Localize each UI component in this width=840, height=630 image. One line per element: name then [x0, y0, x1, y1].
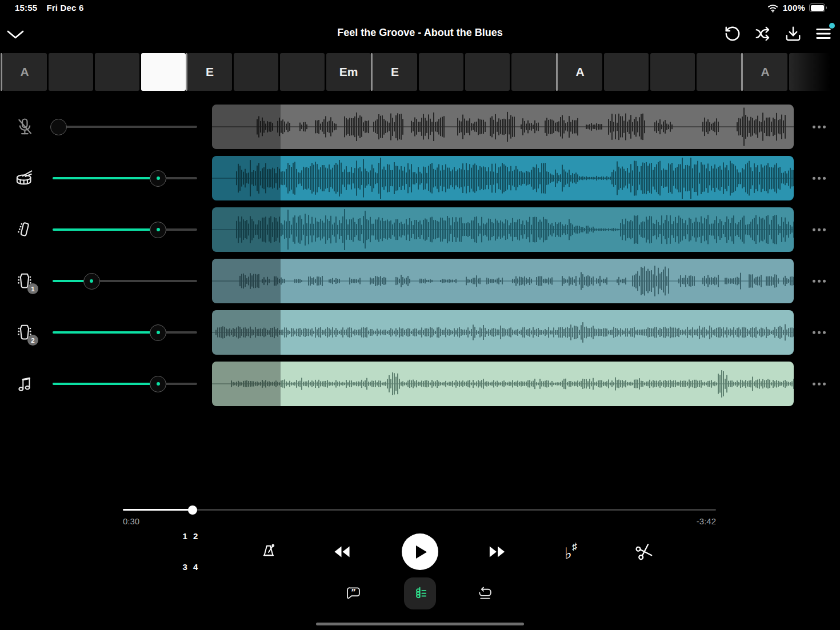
rewind-button[interactable] — [331, 545, 352, 559]
ellipsis-icon — [818, 228, 821, 231]
chord-cell-current[interactable] — [141, 53, 186, 91]
chord-cell[interactable]: A — [558, 53, 602, 91]
loop-icon — [477, 585, 494, 602]
slider-thumb[interactable] — [150, 376, 166, 392]
measure-separator — [741, 53, 743, 91]
waveform-bass[interactable] — [212, 207, 794, 252]
rewind-icon — [331, 545, 352, 559]
slider-thumb[interactable] — [150, 170, 166, 187]
song-title: Feel the Groove - About the Blues — [0, 27, 840, 39]
tab-loop[interactable] — [469, 577, 501, 609]
download-icon — [785, 25, 802, 42]
chord-cell[interactable] — [511, 53, 556, 91]
play-icon — [416, 545, 427, 559]
track-row-guitar-2: 2 — [0, 310, 840, 355]
guitar-icon[interactable]: 1 — [14, 271, 35, 291]
track-more-options-button[interactable] — [811, 275, 827, 287]
slider-fill — [53, 331, 158, 334]
guitar-icon[interactable]: 2 — [14, 322, 35, 343]
trim-button[interactable] — [635, 543, 653, 561]
date: Fri Dec 6 — [46, 3, 83, 13]
chord-cell[interactable]: A — [743, 53, 787, 91]
slider-thumb-dot — [157, 331, 160, 334]
ellipsis-icon — [818, 280, 821, 283]
slider-thumb-dot — [90, 279, 93, 283]
chord-cell[interactable]: E — [373, 53, 417, 91]
battery-percent: 100% — [783, 3, 805, 13]
time-signature-top: 1 2 — [182, 531, 207, 541]
mic-muted-icon[interactable] — [14, 117, 35, 137]
pitch-button[interactable]: ♭ ♯ — [565, 543, 577, 561]
play-button[interactable] — [402, 533, 438, 570]
measure-separator — [186, 53, 188, 91]
metronome-button[interactable] — [259, 543, 278, 561]
chord-timeline: AEEmEAA — [2, 53, 834, 91]
transport-controls: 1 2 3 4 ♭ ♯ — [0, 533, 840, 570]
chord-cell[interactable]: A — [2, 53, 47, 91]
slider-thumb[interactable] — [50, 119, 67, 135]
split-tracks-button[interactable] — [754, 25, 771, 42]
flat-glyph: ♭ — [565, 546, 572, 561]
home-indicator[interactable] — [316, 623, 524, 626]
chord-cell[interactable]: E — [187, 53, 232, 91]
slider-thumb-dot — [157, 228, 160, 231]
slider-thumb[interactable] — [150, 324, 166, 341]
chord-cell[interactable] — [234, 53, 278, 91]
battery-icon — [809, 3, 825, 12]
seek-bar: 0:30 -3:42 — [123, 505, 716, 528]
ellipsis-icon — [818, 177, 821, 180]
download-button[interactable] — [785, 25, 802, 42]
track-more-options-button[interactable] — [811, 378, 827, 390]
track-row-guitar-1: 1 — [0, 259, 840, 303]
tab-lyrics[interactable]: ” — [338, 577, 370, 609]
track-more-options-button[interactable] — [811, 121, 827, 133]
chord-label: E — [206, 65, 214, 79]
waveform-other[interactable] — [212, 362, 794, 406]
measure-separator — [1, 53, 3, 91]
waveform-guitar-1[interactable] — [212, 259, 794, 303]
ellipsis-icon — [823, 177, 826, 180]
chord-cell[interactable] — [650, 53, 695, 91]
mixer-icon — [411, 585, 429, 602]
bass-icon[interactable] — [14, 219, 35, 240]
slider-thumb-dot — [157, 176, 160, 180]
chord-cell[interactable] — [789, 53, 834, 91]
ellipsis-icon — [818, 331, 821, 334]
track-row-other — [0, 362, 840, 406]
notes-icon[interactable] — [14, 374, 35, 394]
chord-cell[interactable] — [697, 53, 741, 91]
waveform-guitar-2[interactable] — [212, 310, 794, 355]
time-signature-bottom: 3 4 — [182, 562, 207, 572]
track-more-options-button[interactable] — [811, 224, 827, 236]
ellipsis-icon — [823, 383, 826, 386]
chord-label: E — [391, 65, 399, 79]
track-row-bass — [0, 207, 840, 252]
track-more-options-button[interactable] — [811, 172, 827, 184]
elapsed-time: 0:30 — [123, 516, 139, 526]
svg-text:”: ” — [351, 587, 356, 596]
waveform-vocals[interactable] — [212, 105, 794, 149]
chord-cell[interactable] — [419, 53, 463, 91]
chord-cell[interactable]: Em — [326, 53, 371, 91]
slider-thumb[interactable] — [83, 273, 100, 290]
drums-icon[interactable] — [14, 168, 35, 188]
chord-cell[interactable] — [280, 53, 325, 91]
ellipsis-icon — [813, 126, 815, 129]
seek-track[interactable] — [123, 509, 716, 511]
chord-cell[interactable] — [604, 53, 649, 91]
chord-cell[interactable] — [49, 53, 93, 91]
slider-thumb[interactable] — [150, 222, 166, 238]
chord-label: A — [575, 65, 584, 79]
chord-cell[interactable] — [95, 53, 139, 91]
undo-icon — [724, 25, 741, 42]
tab-mixer[interactable] — [404, 577, 436, 609]
slider-track[interactable] — [53, 126, 197, 128]
measure-separator — [371, 53, 373, 91]
waveform-drums[interactable] — [212, 156, 794, 200]
fast-forward-button[interactable] — [487, 545, 508, 559]
menu-button[interactable] — [815, 25, 832, 42]
slider-fill — [53, 177, 158, 179]
chord-cell[interactable] — [465, 53, 510, 91]
track-more-options-button[interactable] — [811, 327, 827, 339]
undo-button[interactable] — [724, 25, 741, 42]
